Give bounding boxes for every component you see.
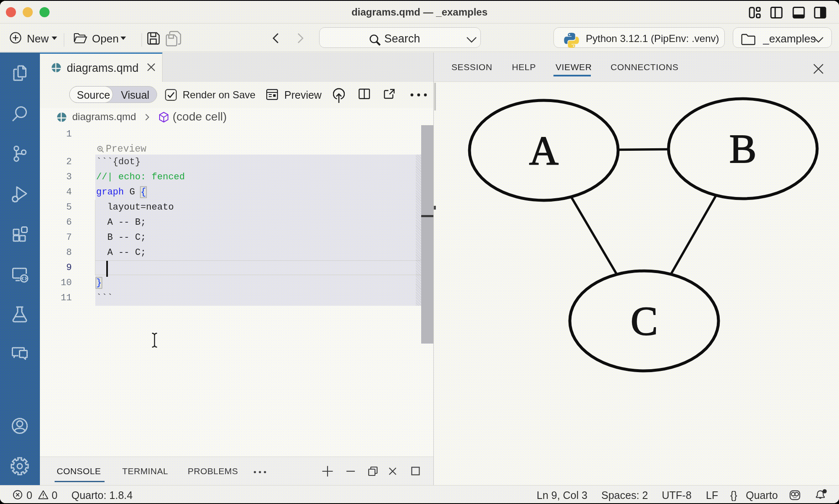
svg-text:B: B [729,126,757,171]
svg-text:A: A [529,128,558,173]
svg-text:C: C [631,299,658,344]
